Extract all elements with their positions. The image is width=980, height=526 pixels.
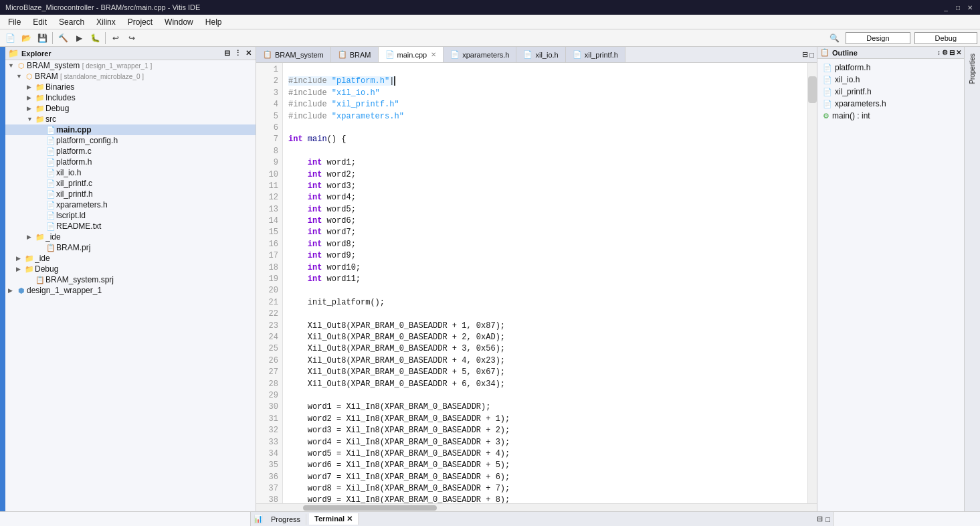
tree-node-includes[interactable]: ▶ 📁 Includes <box>5 92 256 103</box>
outline-item-platform-h[interactable]: 📄 platform.h <box>817 62 964 74</box>
line-num-8: 8 <box>260 146 278 157</box>
line-num-5: 5 <box>260 111 278 122</box>
outline-item-xparameters-h[interactable]: 📄 xparameters.h <box>817 98 964 110</box>
sidebar-close-btn[interactable]: ✕ <box>244 49 253 58</box>
line-num-30: 30 <box>260 402 278 413</box>
progress-panel-icon: 📊 <box>254 515 263 523</box>
code-container: 1 2 3 4 5 6 7 8 9 10 11 12 13 14 15 16 1… <box>256 63 817 503</box>
tree-node-bram-prj[interactable]: 📋 BRAM.prj <box>5 242 256 253</box>
editor-bottom-scrollbar[interactable] <box>256 503 817 511</box>
outline-close-btn[interactable]: ✕ <box>956 49 961 56</box>
left-marker-bar <box>0 47 5 511</box>
tree-node-lscript-ld[interactable]: 📄 lscript.ld <box>5 210 256 221</box>
bottom-panel-maximize[interactable]: □ <box>825 515 830 523</box>
tab-xil-io[interactable]: 📄 xil_io.h <box>516 47 565 62</box>
menu-edit[interactable]: Edit <box>27 16 52 28</box>
tab-bram-system[interactable]: 📋 BRAM_system <box>256 47 331 62</box>
outline-icon-platform-h: 📄 <box>823 64 832 72</box>
menu-xilinx[interactable]: Xilinx <box>91 16 121 28</box>
toolbar-save[interactable]: 💾 <box>35 31 50 46</box>
outline-panel-wrapper: 📋 Outline ↕ ⚙ ⊟ ✕ 📄 platform.h 📄 xil_io.… <box>817 47 980 511</box>
tree-node-xil-printf-h[interactable]: 📄 xil_printf.h <box>5 189 256 199</box>
outline-collapse-btn[interactable]: ⊟ <box>949 49 955 56</box>
tree-node-ide2[interactable]: ▶ 📁 _ide <box>5 253 256 264</box>
tab-xil-printf[interactable]: 📄 xil_printf.h <box>566 47 625 62</box>
tree-node-platform-h[interactable]: 📄 platform.h <box>5 157 256 167</box>
tab-xparameters[interactable]: 📄 xparameters.h <box>444 47 516 62</box>
tree-node-platform-c[interactable]: 📄 platform.c <box>5 146 256 157</box>
menu-window[interactable]: Window <box>159 16 199 28</box>
editor-tabs: 📋 BRAM_system 📋 BRAM 📄 main.cpp ✕ 📄 xpar… <box>256 47 817 63</box>
label-src: src <box>45 114 256 124</box>
menu-file[interactable]: File <box>3 16 26 28</box>
menu-search[interactable]: Search <box>54 16 90 28</box>
bottom-panel-header: 📊 Progress Terminal ✕ ⊟ □ <box>251 512 833 526</box>
outline-item-main-fn[interactable]: ⚙ main() : int <box>817 110 964 122</box>
line-num-21: 21 <box>260 297 278 309</box>
line-num-9: 9 <box>260 157 278 169</box>
toolbar-debug[interactable]: 🐛 <box>88 31 102 46</box>
toolbar-new[interactable]: 📄 <box>3 31 17 46</box>
tree-node-readme[interactable]: 📄 README.txt <box>5 221 256 232</box>
line-num-36: 36 <box>260 472 278 483</box>
tree-node-xparameters-h[interactable]: 📄 xparameters.h <box>5 199 256 210</box>
editor-scrollbar[interactable] <box>807 63 817 503</box>
design-button[interactable]: Design <box>846 32 910 44</box>
toolbar-open[interactable]: 📂 <box>19 31 33 46</box>
icon-binaries: 📁 <box>35 83 45 92</box>
code-line-11: int word4; <box>288 193 356 202</box>
tab-label-main-cpp: main.cpp <box>397 51 427 59</box>
tree-node-binaries[interactable]: ▶ 📁 Binaries <box>5 82 256 92</box>
scrollbar-thumb[interactable] <box>808 76 817 103</box>
editor-maximize-btn[interactable]: □ <box>809 51 814 59</box>
outline-sort-btn[interactable]: ↕ <box>937 49 941 56</box>
tree-node-debug-folder[interactable]: ▶ 📁 Debug <box>5 103 256 114</box>
tab-icon-xparameters: 📄 <box>450 50 460 59</box>
sidebar-collapse-btn[interactable]: ⊟ <box>223 49 231 58</box>
scrollbar-thumb-horizontal[interactable] <box>303 505 437 511</box>
label-design1: design_1_wrapper_1 <box>27 286 256 295</box>
tree-node-src[interactable]: ▼ 📁 src <box>5 114 256 124</box>
line-num-35: 35 <box>260 460 278 471</box>
tab-close-main-cpp[interactable]: ✕ <box>431 51 436 58</box>
code-editor[interactable]: #include "platform.h"| #include "xil_io.… <box>283 63 807 503</box>
menu-bar: File Edit Search Xilinx Project Window H… <box>0 15 980 29</box>
toolbar-search[interactable]: 🔍 <box>827 31 842 46</box>
label-main-cpp: main.cpp <box>56 125 256 135</box>
tab-terminal[interactable]: Terminal ✕ <box>309 513 359 525</box>
tree-node-ide[interactable]: ▶ 📁 _ide <box>5 232 256 242</box>
toolbar-run[interactable]: ▶ <box>72 31 86 46</box>
tree-node-bram-system-sprj[interactable]: 📋 BRAM_system.sprj <box>5 274 256 285</box>
tab-bram[interactable]: 📋 BRAM <box>331 47 379 62</box>
toolbar-redo[interactable]: ↪ <box>124 31 139 46</box>
close-button[interactable]: ✕ <box>965 3 975 12</box>
toolbar-build[interactable]: 🔨 <box>56 31 70 46</box>
tree-node-platform-config[interactable]: 📄 platform_config.h <box>5 135 256 146</box>
outline-filter-btn[interactable]: ⚙ <box>942 49 948 56</box>
maximize-button[interactable]: □ <box>953 3 963 12</box>
tree-node-bram[interactable]: ▼ ⬡ BRAM [ standalone_microblaze_0 ] <box>5 71 256 82</box>
tree-node-xil-printf-c[interactable]: 📄 xil_printf.c <box>5 178 256 189</box>
menu-help[interactable]: Help <box>200 16 227 28</box>
tree-node-bram-system[interactable]: ▼ ⬡ BRAM_system [ design_1_wrapper_1 ] <box>5 60 256 71</box>
debug-button[interactable]: Debug <box>914 32 977 44</box>
editor-minimize-btn[interactable]: ⊟ <box>802 50 808 59</box>
right-tab-properties[interactable]: Properties <box>966 50 979 88</box>
tree-node-design1[interactable]: ▶ ⬢ design_1_wrapper_1 <box>5 285 256 296</box>
arrow-design1: ▶ <box>8 287 16 294</box>
minimize-button[interactable]: _ <box>941 3 951 12</box>
toolbar-undo[interactable]: ↩ <box>108 31 123 46</box>
tree-node-debug2[interactable]: ▶ 📁 Debug <box>5 264 256 274</box>
outline-item-xil-printf-h[interactable]: 📄 xil_printf.h <box>817 86 964 98</box>
tab-main-cpp[interactable]: 📄 main.cpp ✕ <box>379 47 444 62</box>
app-title: MicroBlaze_Microcontroller - BRAM/src/ma… <box>5 3 200 11</box>
sidebar-menu-btn[interactable]: ⋮ <box>233 49 243 58</box>
sidebar-tree: ▼ ⬡ BRAM_system [ design_1_wrapper_1 ] ▼… <box>5 60 256 511</box>
tree-node-main-cpp[interactable]: 📄 main.cpp <box>5 124 256 135</box>
bottom-panel: 📊 Progress Terminal ✕ ⊟ □ ⬡ Serial COM7 … <box>251 512 833 526</box>
bottom-panel-minimize[interactable]: ⊟ <box>817 515 823 523</box>
tree-node-xil-io-h[interactable]: 📄 xil_io.h <box>5 167 256 178</box>
tab-progress[interactable]: Progress <box>266 514 306 525</box>
menu-project[interactable]: Project <box>122 16 158 28</box>
outline-item-xil-io-h[interactable]: 📄 xil_io.h <box>817 74 964 86</box>
